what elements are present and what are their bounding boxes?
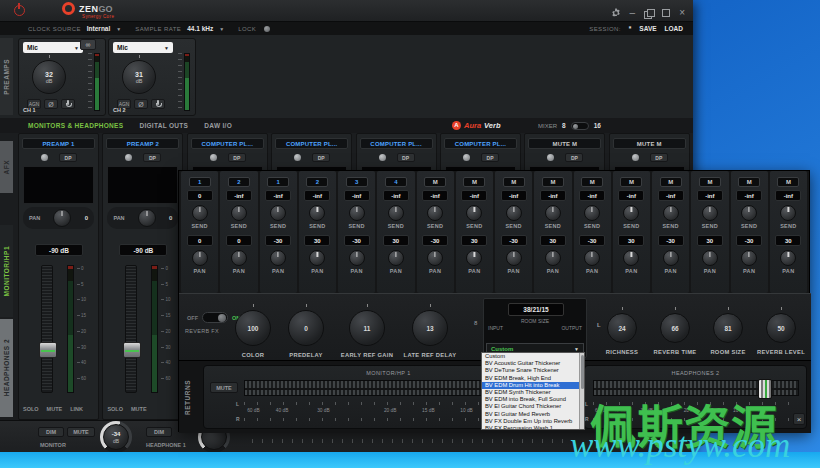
channel-link-button[interactable]: ∞: [80, 39, 96, 50]
pan-knob[interactable]: [231, 250, 247, 266]
verb-knob-richness[interactable]: 24RICHNESS: [604, 310, 640, 346]
tab-headphones-2[interactable]: HEADPHONES 2: [0, 319, 13, 417]
fader-track[interactable]: [41, 265, 53, 393]
settings-gear-icon[interactable]: [611, 4, 621, 22]
maximize-icon[interactable]: [662, 9, 670, 17]
titlebar[interactable]: ZEN GO Synergy Core – ×: [0, 0, 693, 22]
pan-knob[interactable]: [388, 250, 404, 266]
strip-source-button[interactable]: COMPUTER PL...: [275, 138, 348, 149]
pan-knob[interactable]: [702, 250, 718, 266]
tab-monitors-headphones[interactable]: MONITORS & HEADPHONES: [28, 122, 123, 129]
send-knob[interactable]: [506, 205, 522, 221]
pan-knob[interactable]: [270, 250, 286, 266]
load-button[interactable]: LOAD: [665, 25, 683, 32]
strip-source-button[interactable]: MUTE M: [528, 138, 601, 149]
channel-number-button[interactable]: M: [424, 177, 446, 187]
channel-number-button[interactable]: M: [620, 177, 642, 187]
return-mute-button[interactable]: MUTE: [210, 382, 238, 393]
send-knob[interactable]: [741, 205, 757, 221]
channel-number-button[interactable]: M: [503, 177, 525, 187]
phantom-mic-button[interactable]: [151, 99, 165, 109]
reverb-fx-toggle[interactable]: [202, 312, 228, 323]
clock-source-dropdown-icon[interactable]: ▼: [116, 26, 121, 32]
pan-knob[interactable]: [623, 250, 639, 266]
pan-knob[interactable]: [506, 250, 522, 266]
mute-button[interactable]: MUTE: [47, 406, 63, 412]
send-knob[interactable]: [388, 205, 404, 221]
phantom-mic-button[interactable]: [61, 99, 75, 109]
send-knob[interactable]: [231, 205, 247, 221]
pan-knob[interactable]: [192, 250, 208, 266]
dp-button[interactable]: DP: [143, 153, 161, 162]
minimize-icon[interactable]: –: [630, 7, 636, 19]
send-knob[interactable]: [466, 205, 482, 221]
tab-digital-outs[interactable]: DIGITAL OUTS: [139, 122, 188, 129]
dp-button[interactable]: DP: [59, 153, 77, 162]
mixer-size-toggle[interactable]: [571, 122, 589, 130]
pan-knob[interactable]: [427, 250, 443, 266]
scribble-strip[interactable]: [23, 166, 94, 204]
channel-number-button[interactable]: M: [699, 177, 721, 187]
channel-number-button[interactable]: M: [660, 177, 682, 187]
dp-button[interactable]: DP: [228, 153, 246, 162]
verb-knob-early-ref-gain[interactable]: 11EARLY REF GAIN: [346, 307, 388, 349]
tab-monitor-hp1[interactable]: MONITOR/HP1: [0, 225, 13, 317]
send-knob[interactable]: [623, 205, 639, 221]
strip-source-button[interactable]: PREAMP 2: [106, 138, 179, 149]
pan-knob[interactable]: [138, 209, 156, 227]
channel-number-button[interactable]: M: [581, 177, 603, 187]
pan-knob[interactable]: [309, 250, 325, 266]
strip-source-button[interactable]: COMPUTER PL...: [191, 138, 264, 149]
strip-source-button[interactable]: COMPUTER PL...: [360, 138, 433, 149]
preset-menu-item[interactable]: BV EDM into Break, Full Sound: [482, 396, 584, 403]
pan-knob[interactable]: [741, 250, 757, 266]
sample-rate-dropdown-icon[interactable]: ▼: [219, 26, 224, 32]
tab-preamps[interactable]: PREAMPS: [0, 38, 13, 115]
pan-knob[interactable]: [780, 250, 796, 266]
send-knob[interactable]: [192, 205, 208, 221]
verb-knob-room-size[interactable]: 81ROOM SIZE: [710, 310, 746, 346]
channel-number-button[interactable]: M: [738, 177, 760, 187]
send-knob[interactable]: [584, 205, 600, 221]
dp-button[interactable]: DP: [397, 153, 415, 162]
preset-menu-item[interactable]: BV EDM Break, High End: [482, 375, 584, 382]
pan-knob[interactable]: [466, 250, 482, 266]
fader-handle[interactable]: [39, 342, 57, 358]
channel-number-button[interactable]: 4: [385, 177, 407, 187]
verb-knob-color[interactable]: 100COLOR: [232, 307, 274, 349]
channel-number-button[interactable]: M: [542, 177, 564, 187]
mute-button[interactable]: MUTE: [131, 406, 147, 412]
strip-source-button[interactable]: PREAMP 1: [22, 138, 95, 149]
verb-knob-predelay[interactable]: 0PREDELAY: [285, 307, 327, 349]
send-knob[interactable]: [545, 205, 561, 221]
channel-number-button[interactable]: 2: [306, 177, 328, 187]
send-knob[interactable]: [309, 205, 325, 221]
channel-number-button[interactable]: 1: [189, 177, 211, 187]
dp-button[interactable]: DP: [312, 153, 330, 162]
verb-knob-reverb-level[interactable]: 50REVERB LEVEL: [763, 310, 799, 346]
solo-button[interactable]: SOLO: [23, 406, 39, 412]
link-button[interactable]: LINK: [70, 406, 83, 412]
strip-source-button[interactable]: COMPUTER PL...: [444, 138, 517, 149]
close-icon[interactable]: ×: [679, 7, 685, 19]
channel-number-button[interactable]: 1: [267, 177, 289, 187]
preset-menu-item[interactable]: BV FX Percussion Wash 1: [482, 425, 584, 430]
verb-knob-reverb-time[interactable]: 66REVERB TIME: [657, 310, 693, 346]
send-knob[interactable]: [780, 205, 796, 221]
save-button[interactable]: SAVE: [639, 25, 656, 32]
strip-source-button[interactable]: MUTE M: [613, 138, 686, 149]
send-knob[interactable]: [270, 205, 286, 221]
pan-knob[interactable]: [584, 250, 600, 266]
preset-menu-item[interactable]: BV Acoustic Guitar Thickener: [482, 360, 584, 367]
preset-menu-item[interactable]: BV FX Double Em Up into Reverb: [482, 418, 584, 425]
pan-knob[interactable]: [349, 250, 365, 266]
tab-daw-io[interactable]: DAW I/O: [204, 122, 232, 129]
channel-number-button[interactable]: M: [777, 177, 799, 187]
send-knob[interactable]: [349, 205, 365, 221]
fader-handle[interactable]: [123, 342, 141, 358]
send-knob[interactable]: [663, 205, 679, 221]
sample-rate-value[interactable]: 44.1 kHz: [187, 25, 213, 32]
solo-button[interactable]: SOLO: [107, 406, 123, 412]
channel-number-button[interactable]: 3: [346, 177, 368, 187]
pan-knob[interactable]: [663, 250, 679, 266]
